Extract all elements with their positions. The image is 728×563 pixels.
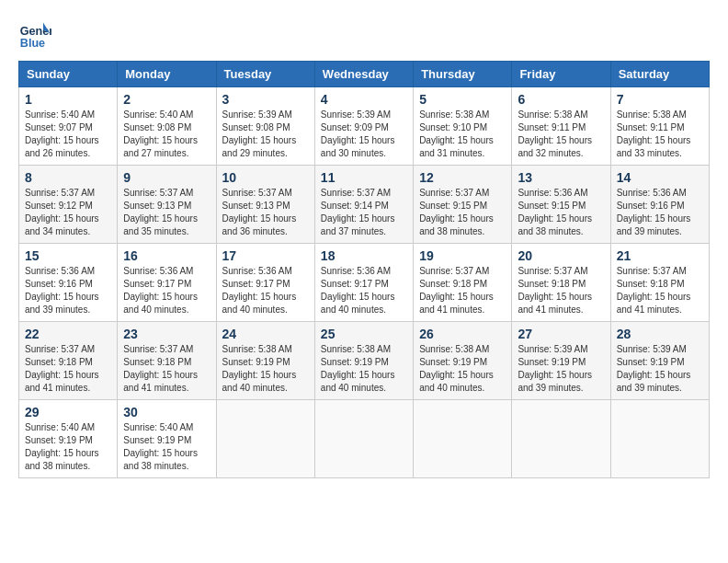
day-info: Sunrise: 5:37 AM Sunset: 9:18 PM Dayligh… xyxy=(25,343,111,395)
calendar-cell: 1Sunrise: 5:40 AM Sunset: 9:07 PM Daylig… xyxy=(19,87,118,166)
day-info: Sunrise: 5:40 AM Sunset: 9:19 PM Dayligh… xyxy=(123,421,210,473)
calendar-cell: 29Sunrise: 5:40 AM Sunset: 9:19 PM Dayli… xyxy=(19,400,118,478)
day-info: Sunrise: 5:37 AM Sunset: 9:13 PM Dayligh… xyxy=(222,187,309,238)
calendar-cell xyxy=(512,400,610,478)
calendar-cell: 5Sunrise: 5:38 AM Sunset: 9:10 PM Daylig… xyxy=(414,87,512,166)
calendar-week-row: 15Sunrise: 5:36 AM Sunset: 9:16 PM Dayli… xyxy=(19,244,710,322)
day-number: 14 xyxy=(617,170,703,185)
day-number: 6 xyxy=(518,92,604,107)
day-info: Sunrise: 5:36 AM Sunset: 9:17 PM Dayligh… xyxy=(222,265,309,316)
day-info: Sunrise: 5:39 AM Sunset: 9:08 PM Dayligh… xyxy=(222,109,309,160)
day-number: 10 xyxy=(222,170,309,185)
day-info: Sunrise: 5:38 AM Sunset: 9:11 PM Dayligh… xyxy=(518,109,604,160)
day-number: 4 xyxy=(321,92,407,107)
day-number: 7 xyxy=(617,92,703,107)
day-info: Sunrise: 5:37 AM Sunset: 9:15 PM Dayligh… xyxy=(419,187,506,238)
day-info: Sunrise: 5:36 AM Sunset: 9:15 PM Dayligh… xyxy=(518,187,604,238)
page-header: General Blue xyxy=(18,18,710,52)
day-info: Sunrise: 5:36 AM Sunset: 9:17 PM Dayligh… xyxy=(123,265,210,316)
day-number: 23 xyxy=(123,327,210,341)
day-info: Sunrise: 5:37 AM Sunset: 9:18 PM Dayligh… xyxy=(123,343,210,395)
day-number: 19 xyxy=(419,248,506,263)
day-info: Sunrise: 5:36 AM Sunset: 9:16 PM Dayligh… xyxy=(25,265,111,316)
calendar-week-row: 1Sunrise: 5:40 AM Sunset: 9:07 PM Daylig… xyxy=(19,87,710,166)
day-number: 25 xyxy=(321,327,407,341)
day-info: Sunrise: 5:38 AM Sunset: 9:10 PM Dayligh… xyxy=(419,109,506,160)
day-info: Sunrise: 5:40 AM Sunset: 9:19 PM Dayligh… xyxy=(25,421,111,473)
calendar-cell: 15Sunrise: 5:36 AM Sunset: 9:16 PM Dayli… xyxy=(19,244,118,322)
day-info: Sunrise: 5:40 AM Sunset: 9:07 PM Dayligh… xyxy=(25,109,111,160)
calendar-cell: 12Sunrise: 5:37 AM Sunset: 9:15 PM Dayli… xyxy=(414,166,512,244)
calendar-cell: 23Sunrise: 5:37 AM Sunset: 9:18 PM Dayli… xyxy=(118,322,216,400)
day-info: Sunrise: 5:37 AM Sunset: 9:18 PM Dayligh… xyxy=(419,265,506,316)
day-info: Sunrise: 5:38 AM Sunset: 9:19 PM Dayligh… xyxy=(222,343,309,395)
calendar-cell xyxy=(216,400,314,478)
calendar-week-row: 22Sunrise: 5:37 AM Sunset: 9:18 PM Dayli… xyxy=(19,322,710,400)
day-number: 3 xyxy=(222,92,309,107)
weekday-header-wednesday: Wednesday xyxy=(314,62,413,87)
day-info: Sunrise: 5:37 AM Sunset: 9:13 PM Dayligh… xyxy=(123,187,210,238)
calendar-cell: 16Sunrise: 5:36 AM Sunset: 9:17 PM Dayli… xyxy=(118,244,216,322)
day-info: Sunrise: 5:36 AM Sunset: 9:16 PM Dayligh… xyxy=(617,187,703,238)
day-info: Sunrise: 5:39 AM Sunset: 9:19 PM Dayligh… xyxy=(518,343,604,395)
day-number: 24 xyxy=(222,327,309,341)
day-number: 21 xyxy=(617,248,703,263)
logo-icon: General Blue xyxy=(18,18,51,52)
day-number: 17 xyxy=(222,248,309,263)
day-number: 27 xyxy=(518,327,604,341)
weekday-header-tuesday: Tuesday xyxy=(216,62,314,87)
calendar-cell: 18Sunrise: 5:36 AM Sunset: 9:17 PM Dayli… xyxy=(314,244,413,322)
calendar-cell: 22Sunrise: 5:37 AM Sunset: 9:18 PM Dayli… xyxy=(19,322,118,400)
day-info: Sunrise: 5:37 AM Sunset: 9:18 PM Dayligh… xyxy=(518,265,604,316)
calendar-cell: 7Sunrise: 5:38 AM Sunset: 9:11 PM Daylig… xyxy=(610,87,709,166)
day-info: Sunrise: 5:37 AM Sunset: 9:14 PM Dayligh… xyxy=(321,187,407,238)
calendar-cell: 21Sunrise: 5:37 AM Sunset: 9:18 PM Dayli… xyxy=(610,244,709,322)
day-number: 20 xyxy=(518,248,604,263)
day-number: 16 xyxy=(123,248,210,263)
calendar-cell: 11Sunrise: 5:37 AM Sunset: 9:14 PM Dayli… xyxy=(314,166,413,244)
calendar-cell: 28Sunrise: 5:39 AM Sunset: 9:19 PM Dayli… xyxy=(610,322,709,400)
day-info: Sunrise: 5:38 AM Sunset: 9:19 PM Dayligh… xyxy=(419,343,506,395)
calendar-cell: 9Sunrise: 5:37 AM Sunset: 9:13 PM Daylig… xyxy=(118,166,216,244)
day-info: Sunrise: 5:38 AM Sunset: 9:11 PM Dayligh… xyxy=(617,109,703,160)
calendar-cell: 25Sunrise: 5:38 AM Sunset: 9:19 PM Dayli… xyxy=(314,322,413,400)
day-number: 30 xyxy=(123,405,210,419)
day-number: 2 xyxy=(123,92,210,107)
day-number: 18 xyxy=(321,248,407,263)
day-number: 26 xyxy=(419,327,506,341)
calendar-cell: 13Sunrise: 5:36 AM Sunset: 9:15 PM Dayli… xyxy=(512,166,610,244)
calendar-cell: 20Sunrise: 5:37 AM Sunset: 9:18 PM Dayli… xyxy=(512,244,610,322)
weekday-header-sunday: Sunday xyxy=(19,62,118,87)
calendar-cell: 30Sunrise: 5:40 AM Sunset: 9:19 PM Dayli… xyxy=(118,400,216,478)
day-number: 15 xyxy=(25,248,111,263)
calendar-table: SundayMondayTuesdayWednesdayThursdayFrid… xyxy=(18,61,710,478)
day-info: Sunrise: 5:40 AM Sunset: 9:08 PM Dayligh… xyxy=(123,109,210,160)
logo: General Blue xyxy=(18,18,51,52)
calendar-cell: 3Sunrise: 5:39 AM Sunset: 9:08 PM Daylig… xyxy=(216,87,314,166)
calendar-cell xyxy=(414,400,512,478)
calendar-header-row: SundayMondayTuesdayWednesdayThursdayFrid… xyxy=(19,62,710,87)
calendar-cell: 6Sunrise: 5:38 AM Sunset: 9:11 PM Daylig… xyxy=(512,87,610,166)
calendar-cell xyxy=(610,400,709,478)
day-number: 1 xyxy=(25,92,111,107)
day-number: 13 xyxy=(518,170,604,185)
calendar-cell: 10Sunrise: 5:37 AM Sunset: 9:13 PM Dayli… xyxy=(216,166,314,244)
calendar-cell: 26Sunrise: 5:38 AM Sunset: 9:19 PM Dayli… xyxy=(414,322,512,400)
day-number: 12 xyxy=(419,170,506,185)
calendar-week-row: 8Sunrise: 5:37 AM Sunset: 9:12 PM Daylig… xyxy=(19,166,710,244)
weekday-header-saturday: Saturday xyxy=(610,62,709,87)
day-info: Sunrise: 5:38 AM Sunset: 9:19 PM Dayligh… xyxy=(321,343,407,395)
day-info: Sunrise: 5:37 AM Sunset: 9:18 PM Dayligh… xyxy=(617,265,703,316)
day-number: 11 xyxy=(321,170,407,185)
day-number: 29 xyxy=(25,405,111,419)
day-info: Sunrise: 5:39 AM Sunset: 9:19 PM Dayligh… xyxy=(617,343,703,395)
weekday-header-thursday: Thursday xyxy=(414,62,512,87)
calendar-cell: 17Sunrise: 5:36 AM Sunset: 9:17 PM Dayli… xyxy=(216,244,314,322)
calendar-cell xyxy=(314,400,413,478)
calendar-cell: 24Sunrise: 5:38 AM Sunset: 9:19 PM Dayli… xyxy=(216,322,314,400)
calendar-cell: 8Sunrise: 5:37 AM Sunset: 9:12 PM Daylig… xyxy=(19,166,118,244)
calendar-cell: 2Sunrise: 5:40 AM Sunset: 9:08 PM Daylig… xyxy=(118,87,216,166)
calendar-body: 1Sunrise: 5:40 AM Sunset: 9:07 PM Daylig… xyxy=(19,87,710,478)
calendar-cell: 4Sunrise: 5:39 AM Sunset: 9:09 PM Daylig… xyxy=(314,87,413,166)
day-info: Sunrise: 5:39 AM Sunset: 9:09 PM Dayligh… xyxy=(321,109,407,160)
